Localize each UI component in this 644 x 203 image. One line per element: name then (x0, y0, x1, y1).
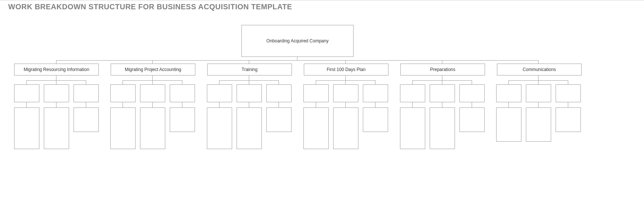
wbs-subtask-node (430, 107, 455, 149)
connector (297, 57, 297, 60)
wbs-category-node: Migrating Project Accounting (111, 64, 195, 75)
wbs-task-node (459, 84, 485, 102)
wbs-subtask-node (207, 107, 232, 149)
connector (345, 80, 346, 84)
wbs-category-node: Migrating Resourcing Information (14, 64, 99, 75)
wbs-task-node (207, 84, 232, 102)
wbs-subtask-node (14, 107, 39, 149)
connector (568, 80, 568, 84)
page-title: WORK BREAKDOWN STRUCTURE FOR BUSINESS AC… (0, 0, 644, 11)
connector (279, 102, 279, 107)
connector (508, 102, 509, 107)
wbs-category-node: Communications (497, 64, 582, 75)
wbs-task-node (237, 84, 262, 102)
wbs-task-node (14, 84, 39, 102)
connector (249, 102, 249, 107)
connector (568, 102, 568, 107)
wbs-task-node (333, 84, 358, 102)
connector (279, 80, 279, 84)
wbs-subtask-node (363, 107, 388, 132)
wbs-category-node: Training (207, 64, 292, 75)
wbs-subtask-node (110, 107, 136, 149)
connector (152, 75, 153, 80)
connector (152, 80, 153, 84)
connector (152, 102, 153, 107)
wbs-category-node: First 100 Days Plan (304, 64, 388, 75)
connector (472, 102, 472, 107)
connector (508, 80, 509, 84)
wbs-task-node (44, 84, 69, 102)
connector (538, 80, 539, 84)
wbs-task-node (363, 84, 388, 102)
connector (56, 75, 56, 80)
connector (375, 80, 375, 84)
wbs-task-node (266, 84, 292, 102)
connector (472, 80, 472, 84)
wbs-task-node (74, 84, 99, 102)
connector (182, 80, 182, 84)
connector (219, 102, 219, 107)
connector (86, 102, 86, 107)
wbs-subtask-node (400, 107, 425, 149)
wbs-task-node (110, 84, 136, 102)
wbs-subtask-node (459, 107, 485, 132)
wbs-subtask-node (74, 107, 99, 132)
wbs-subtask-node (333, 107, 358, 149)
connector (56, 60, 538, 61)
connector (345, 102, 346, 107)
connector (442, 60, 442, 64)
connector (219, 80, 219, 84)
connector (345, 75, 346, 80)
connector (316, 102, 316, 107)
connector (56, 60, 56, 64)
connector (123, 80, 123, 84)
wbs-root-node: Onboarding Acquired Company (241, 25, 354, 57)
connector (442, 80, 442, 84)
wbs-task-node (303, 84, 329, 102)
wbs-task-node (170, 84, 195, 102)
connector (249, 60, 249, 64)
connector (442, 102, 442, 107)
connector (182, 102, 182, 107)
connector (86, 80, 86, 84)
connector (345, 60, 346, 64)
wbs-subtask-node (266, 107, 292, 132)
wbs-subtask-node (170, 107, 195, 132)
connector (26, 80, 27, 84)
connector (412, 102, 413, 107)
connector (249, 80, 249, 84)
connector (56, 102, 56, 107)
connector (375, 102, 375, 107)
wbs-subtask-node (526, 107, 551, 142)
wbs-subtask-node (496, 107, 521, 142)
wbs-task-node (400, 84, 425, 102)
wbs-subtask-node (140, 107, 165, 149)
connector (26, 102, 27, 107)
wbs-task-node (140, 84, 165, 102)
connector (442, 75, 442, 80)
wbs-task-node (526, 84, 551, 102)
wbs-subtask-node (237, 107, 262, 149)
connector (538, 75, 539, 80)
wbs-task-node (430, 84, 455, 102)
wbs-task-node (556, 84, 581, 102)
connector (123, 102, 123, 107)
wbs-subtask-node (303, 107, 329, 149)
wbs-subtask-node (44, 107, 69, 149)
wbs-task-node (496, 84, 521, 102)
wbs-category-node: Preparations (400, 64, 485, 75)
connector (538, 60, 539, 64)
connector (152, 60, 153, 64)
connector (56, 80, 56, 84)
connector (538, 102, 539, 107)
wbs-subtask-node (556, 107, 581, 132)
connector (412, 80, 413, 84)
connector (249, 75, 249, 80)
connector (316, 80, 316, 84)
